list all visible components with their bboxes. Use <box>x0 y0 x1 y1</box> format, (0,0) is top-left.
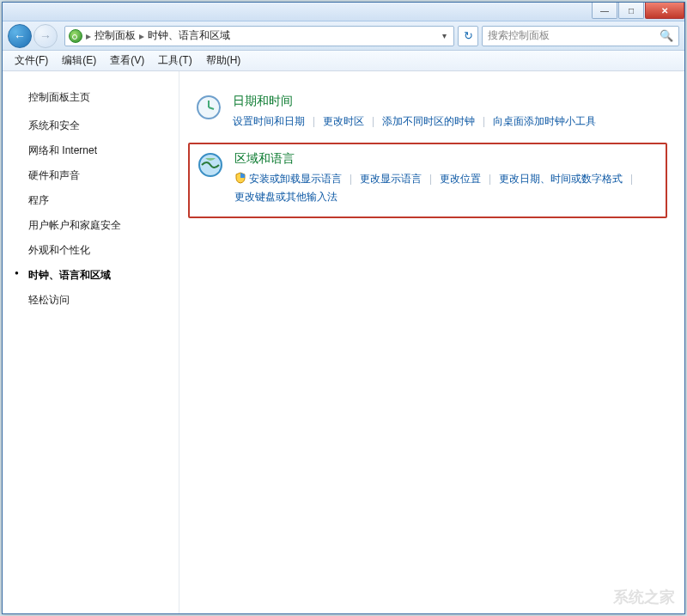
close-button[interactable]: ✕ <box>645 3 684 19</box>
sidebar-item[interactable]: 用户帐户和家庭安全 <box>3 213 179 238</box>
category-title[interactable]: 区域和语言 <box>234 151 660 167</box>
menu-help[interactable]: 帮助(H) <box>199 51 248 70</box>
menu-edit[interactable]: 编辑(E) <box>55 51 103 70</box>
address-bar[interactable]: ▸ 控制面板 ▸ 时钟、语言和区域 ▾ <box>64 26 454 46</box>
category-sublink[interactable]: 更改日期、时间或数字格式 <box>499 170 623 188</box>
link-separator <box>489 174 490 185</box>
sidebar: 控制面板主页 系统和安全网络和 Internet硬件和声音程序用户帐户和家庭安全… <box>3 71 179 613</box>
link-separator <box>313 117 314 127</box>
category: 日期和时间设置时间和日期更改时区添加不同时区的时钟向桌面添加时钟小工具 <box>188 87 667 141</box>
nav-back-button[interactable]: ← <box>8 24 32 48</box>
sidebar-item[interactable]: 网络和 Internet <box>3 138 179 163</box>
link-separator <box>430 174 431 185</box>
menu-bar: 文件(F) 编辑(E) 查看(V) 工具(T) 帮助(H) <box>3 51 684 71</box>
category-sublink[interactable]: 更改键盘或其他输入法 <box>234 188 337 206</box>
category-sublink[interactable]: 添加不同时区的时钟 <box>382 113 475 131</box>
address-bar-row: ← → ▸ 控制面板 ▸ 时钟、语言和区域 ▾ ↻ 搜索控制面板 🔍 <box>3 21 684 51</box>
category-links: 安装或卸载显示语言更改显示语言更改位置更改日期、时间或数字格式更改键盘或其他输入… <box>234 170 660 206</box>
category-sublink[interactable]: 更改显示语言 <box>360 170 422 188</box>
arrow-left-icon: ← <box>14 29 26 43</box>
arrow-right-icon: → <box>40 29 52 43</box>
search-placeholder: 搜索控制面板 <box>488 28 550 43</box>
category: 区域和语言安装或卸载显示语言更改显示语言更改位置更改日期、时间或数字格式更改键盘… <box>188 143 667 218</box>
nav-forward-button[interactable]: → <box>33 24 58 48</box>
search-icon: 🔍 <box>660 29 673 42</box>
refresh-button[interactable]: ↻ <box>458 26 478 46</box>
breadcrumb-separator: ▸ <box>82 30 94 42</box>
close-icon: ✕ <box>661 6 668 15</box>
window: — □ ✕ ← → ▸ 控制面板 ▸ 时钟、语言和区域 ▾ ↻ 搜索控制面板 🔍 <box>2 2 685 614</box>
link-separator <box>483 117 484 127</box>
category-links: 设置时间和日期更改时区添加不同时区的时钟向桌面添加时钟小工具 <box>233 113 662 131</box>
menu-tools[interactable]: 工具(T) <box>151 51 198 70</box>
sidebar-item[interactable]: 硬件和声音 <box>3 163 179 188</box>
sidebar-item[interactable]: 时钟、语言和区域 <box>3 263 179 288</box>
titlebar: — □ ✕ <box>3 3 684 21</box>
category-sublink[interactable]: 更改时区 <box>323 113 364 131</box>
refresh-icon: ↻ <box>464 29 473 42</box>
sidebar-item[interactable]: 外观和个性化 <box>3 238 179 263</box>
maximize-button[interactable]: □ <box>618 3 644 19</box>
control-panel-icon <box>69 29 82 43</box>
category-body: 区域和语言安装或卸载显示语言更改显示语言更改位置更改日期、时间或数字格式更改键盘… <box>234 151 660 206</box>
window-controls: — □ ✕ <box>591 3 684 19</box>
globe-icon <box>197 151 224 179</box>
link-separator <box>350 174 351 185</box>
minimize-button[interactable]: — <box>592 3 617 19</box>
menu-view[interactable]: 查看(V) <box>103 51 151 70</box>
category-sublink[interactable]: 更改位置 <box>440 170 481 188</box>
maximize-icon: □ <box>629 6 634 15</box>
category-body: 日期和时间设置时间和日期更改时区添加不同时区的时钟向桌面添加时钟小工具 <box>233 94 662 131</box>
sidebar-item[interactable]: 程序 <box>3 188 179 213</box>
breadcrumb-separator: ▸ <box>136 30 148 42</box>
sidebar-item[interactable]: 系统和安全 <box>3 113 179 138</box>
breadcrumb-clock-language-region[interactable]: 时钟、语言和区域 <box>148 28 230 43</box>
body: 控制面板主页 系统和安全网络和 Internet硬件和声音程序用户帐户和家庭安全… <box>3 71 684 613</box>
category-sublink[interactable]: 设置时间和日期 <box>233 113 305 131</box>
search-input[interactable]: 搜索控制面板 🔍 <box>482 26 679 46</box>
sidebar-item[interactable]: 轻松访问 <box>3 288 179 313</box>
breadcrumb-control-panel[interactable]: 控制面板 <box>94 28 136 43</box>
minimize-icon: — <box>600 6 609 15</box>
clock-icon <box>195 94 222 121</box>
content-area: 日期和时间设置时间和日期更改时区添加不同时区的时钟向桌面添加时钟小工具区域和语言… <box>179 71 684 613</box>
address-dropdown-icon[interactable]: ▾ <box>439 31 450 40</box>
link-separator <box>373 117 374 127</box>
category-sublink[interactable]: 向桌面添加时钟小工具 <box>493 113 596 131</box>
category-sublink[interactable]: 安装或卸载显示语言 <box>234 170 342 188</box>
category-title[interactable]: 日期和时间 <box>233 94 662 109</box>
control-panel-home-link[interactable]: 控制面板主页 <box>3 87 179 113</box>
link-separator <box>631 174 632 185</box>
menu-file[interactable]: 文件(F) <box>8 51 55 70</box>
